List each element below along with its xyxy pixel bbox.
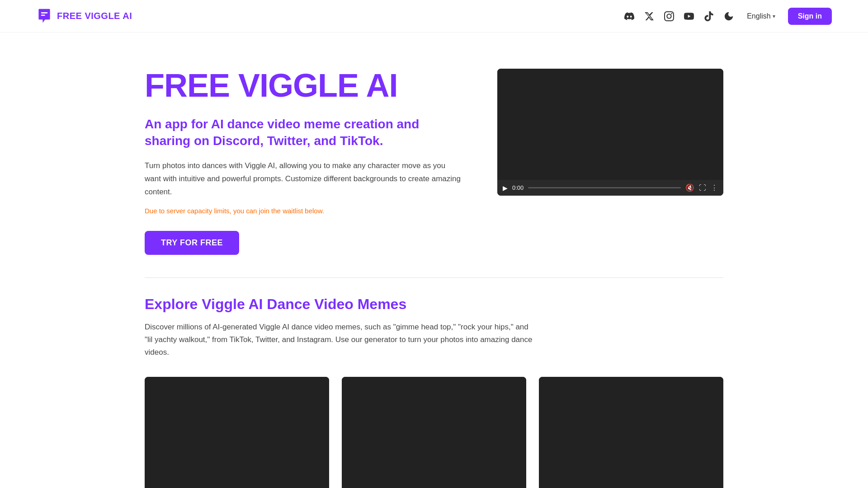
try-free-button[interactable]: TRY FOR FREE <box>145 231 239 255</box>
hero-fullscreen-icon[interactable]: ⛶ <box>699 184 706 192</box>
video-card-2[interactable]: ▶ 0:00 🔇 ⛶ ⋮ <box>342 377 526 488</box>
video-card-3-content <box>539 377 723 488</box>
hero-waitlist-notice: Due to server capacity limits, you can j… <box>145 207 461 215</box>
youtube-icon[interactable] <box>684 11 694 22</box>
language-label: English <box>747 12 770 20</box>
hero-volume-icon[interactable]: 🔇 <box>685 183 694 192</box>
hero-section: FREE VIGGLE AI An app for AI dance video… <box>145 33 723 273</box>
hero-video-controls: ▶ 0:00 🔇 ⛶ ⋮ <box>497 180 723 196</box>
tiktok-icon[interactable] <box>703 11 714 22</box>
hero-video-container: ▶ 0:00 🔇 ⛶ ⋮ <box>497 69 723 196</box>
hero-title: FREE VIGGLE AI <box>145 69 461 103</box>
dark-mode-icon[interactable] <box>723 11 734 22</box>
hero-play-button[interactable]: ▶ <box>503 184 508 192</box>
social-icons-group <box>624 11 734 22</box>
explore-section: Explore Viggle AI Dance Video Memes Disc… <box>145 296 723 488</box>
hero-video-time: 0:00 <box>512 184 524 191</box>
hero-video-content <box>497 69 723 180</box>
svg-rect-1 <box>41 14 45 16</box>
twitter-x-icon[interactable] <box>644 11 655 22</box>
hero-more-icon[interactable]: ⋮ <box>711 183 718 192</box>
video-card-1-content <box>145 377 329 488</box>
hero-video-progress-bar[interactable] <box>528 187 681 188</box>
logo-icon <box>36 8 52 24</box>
language-selector[interactable]: English ▾ <box>745 9 777 23</box>
svg-rect-0 <box>41 12 47 14</box>
hero-description: Turn photos into dances with Viggle AI, … <box>145 160 461 199</box>
hero-subtitle: An app for AI dance video meme creation … <box>145 116 461 150</box>
hero-content: FREE VIGGLE AI An app for AI dance video… <box>145 69 461 255</box>
instagram-icon[interactable] <box>664 11 675 22</box>
logo-text: FREE VIGGLE AI <box>57 11 132 21</box>
video-card-2-content <box>342 377 526 488</box>
site-header: FREE VIGGLE AI <box>0 0 868 33</box>
explore-description: Discover millions of AI-generated Viggle… <box>145 321 533 359</box>
section-divider <box>145 277 723 278</box>
chevron-down-icon: ▾ <box>773 13 775 19</box>
header-nav: English ▾ Sign in <box>624 8 832 25</box>
explore-title: Explore Viggle AI Dance Video Memes <box>145 296 723 313</box>
video-card-1[interactable]: ▶ 0:00 🔇 ⛶ ⋮ <box>145 377 329 488</box>
logo[interactable]: FREE VIGGLE AI <box>36 8 132 24</box>
discord-icon[interactable] <box>624 11 635 22</box>
video-grid: ▶ 0:00 🔇 ⛶ ⋮ ▶ 0:00 <box>145 377 723 488</box>
video-card-3[interactable]: ▶ 0:00 🔇 ⛶ ⋮ <box>539 377 723 488</box>
signin-button[interactable]: Sign in <box>788 8 832 25</box>
hero-video-player[interactable]: ▶ 0:00 🔇 ⛶ ⋮ <box>497 69 723 196</box>
